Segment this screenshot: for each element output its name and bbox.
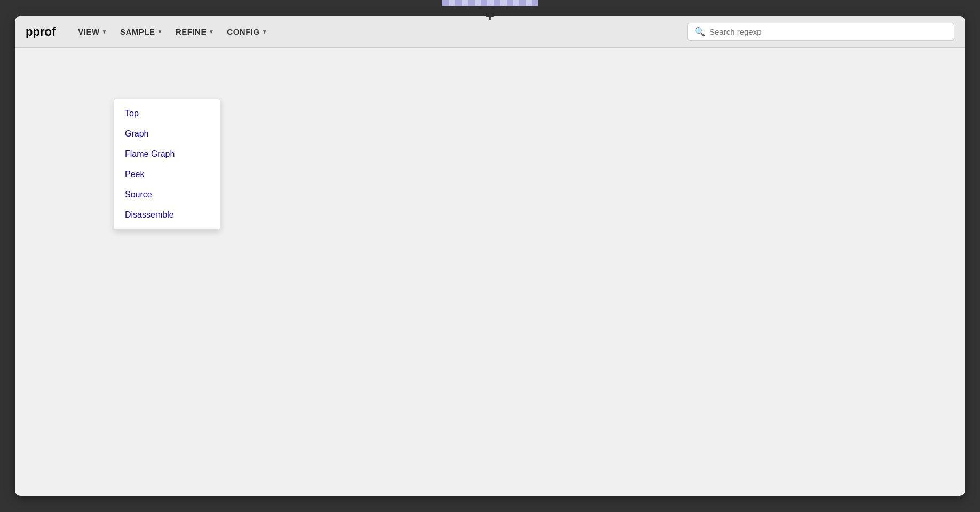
sample-menu-button[interactable]: SAMPLE ▼ [114,23,169,41]
config-menu-button[interactable]: CONFIG ▼ [220,23,274,41]
app-logo: pprof [26,25,56,39]
dropdown-item-top[interactable]: Top [114,103,220,124]
dropdown-item-peek[interactable]: Peek [114,164,220,185]
view-arrow-icon: ▼ [102,29,107,35]
search-icon: 🔍 [694,27,705,37]
search-container: 🔍 [687,23,954,41]
sample-label: SAMPLE [120,27,155,36]
view-label: VIEW [78,27,99,36]
refine-arrow-icon: ▼ [209,29,214,35]
dropdown-item-source[interactable]: Source [114,185,220,205]
dropdown-item-flame-graph[interactable]: Flame Graph [114,144,220,164]
dropdown-item-graph[interactable]: Graph [114,124,220,144]
main-window: + pprof VIEW ▼ SAMPLE ▼ REFINE ▼ CONFIG … [15,16,965,496]
view-dropdown-menu: Top Graph Flame Graph Peek Source Disass… [114,99,220,230]
refine-menu-button[interactable]: REFINE ▼ [169,23,220,41]
dropdown-item-disassemble[interactable]: Disassemble [114,205,220,225]
sample-arrow-icon: ▼ [157,29,162,35]
view-menu-button[interactable]: VIEW ▼ [72,23,114,41]
refine-label: REFINE [176,27,207,36]
config-label: CONFIG [227,27,259,36]
cursor-plus: + [486,16,494,25]
search-input[interactable] [709,27,947,36]
config-arrow-icon: ▼ [262,29,267,35]
